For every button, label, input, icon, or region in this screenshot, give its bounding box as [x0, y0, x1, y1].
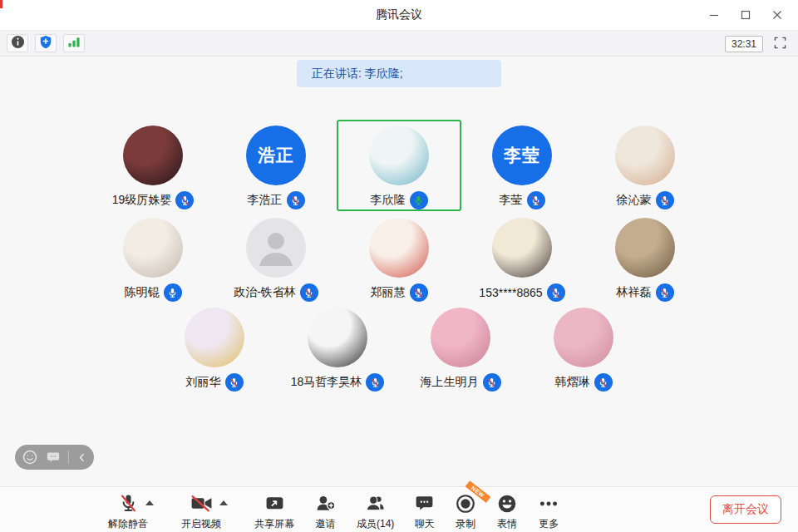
- toolbar-item-emoji[interactable]: 表情: [496, 492, 518, 531]
- mic-muted-icon: [656, 283, 674, 302]
- options-arrow-icon[interactable]: [145, 500, 154, 505]
- toolbar-item-label: 录制: [456, 517, 475, 531]
- participant-name: 153****8865: [479, 286, 542, 299]
- participant-name-row: 18马哲李昊林: [291, 373, 385, 392]
- toolbar-item-mic-muted[interactable]: 解除静音: [108, 492, 148, 531]
- participant-cell[interactable]: 韩熠琳: [522, 303, 645, 392]
- participant-cell[interactable]: 19级厉姝婴: [91, 121, 214, 210]
- emoji-icon: [496, 492, 518, 515]
- avatar-initials: 浩正: [246, 126, 306, 185]
- network-quality-button[interactable]: [63, 34, 85, 52]
- avatar-toddler-girl-photo: [615, 126, 675, 185]
- mic-muted-icon: [366, 373, 384, 392]
- avatar-anime-fox-mask: [369, 126, 429, 185]
- minimize-button[interactable]: [702, 3, 727, 27]
- mic-muted-icon: [117, 492, 140, 515]
- title-bar: 腾讯会议: [0, 0, 798, 30]
- toolbar-item-label: 共享屏幕: [254, 517, 294, 531]
- meeting-security-button[interactable]: [35, 34, 57, 52]
- participant-name-row: 李浩正: [248, 191, 305, 209]
- meeting-status-bar: 32:31: [0, 30, 798, 57]
- mic-muted-icon: [594, 373, 613, 392]
- avatar-bw-anime-ninja: [308, 308, 367, 367]
- participant-name: 刘丽华: [186, 375, 221, 390]
- participant-name: 陈明锟: [125, 285, 160, 300]
- participant-name: 林祥磊: [617, 285, 652, 300]
- toolbar-item-label: 更多: [539, 517, 559, 531]
- participant-cell[interactable]: 郑丽慧: [337, 213, 461, 303]
- reaction-quickbar: [15, 445, 94, 470]
- participant-cell[interactable]: 政治-铁省林: [214, 213, 337, 303]
- toolbar-item-label: 邀请: [316, 517, 336, 531]
- participant-name: 海上生明月: [421, 375, 479, 390]
- mic-muted-icon: [300, 283, 318, 302]
- close-button[interactable]: [765, 3, 790, 27]
- meeting-window: 腾讯会议: [0, 0, 798, 532]
- toolbar-item-chat[interactable]: 聊天: [414, 492, 435, 531]
- participant-cell[interactable]: 刘丽华: [153, 303, 276, 392]
- participant-name: 郑丽慧: [371, 285, 406, 300]
- participant-row-2: 陈明锟政治-铁省林郑丽慧153****8865林祥磊: [0, 213, 798, 303]
- toolbar-item-label: 聊天: [415, 517, 435, 531]
- signal-bars-icon: [66, 36, 81, 52]
- toolbar-item-label: 开启视频: [181, 517, 221, 531]
- participant-name: 18马哲李昊林: [291, 375, 362, 390]
- toolbar-item-members[interactable]: 成员(14): [357, 492, 394, 531]
- toolbar-item-more[interactable]: 更多: [538, 492, 559, 531]
- toolbar-item-record[interactable]: NEW录制: [455, 492, 476, 531]
- mic-muted-icon: [225, 373, 244, 392]
- options-arrow-icon[interactable]: [219, 500, 228, 505]
- fullscreen-button[interactable]: [771, 36, 788, 52]
- avatar-white-hoodie-person: [123, 218, 183, 278]
- participant-name: 李莹: [500, 193, 523, 208]
- toolbar-item-label: 表情: [497, 517, 517, 531]
- meeting-timer: 32:31: [725, 36, 763, 52]
- participant-cell[interactable]: 李莹李莹: [461, 121, 584, 210]
- participant-name-row: 153****8865: [479, 283, 564, 302]
- camera-off-icon: [190, 492, 214, 515]
- info-icon: [11, 35, 25, 52]
- mic-muted-icon: [656, 191, 674, 209]
- participant-name-row: 韩熠琳: [555, 373, 613, 392]
- invite-icon: [314, 492, 337, 515]
- avatar-placeholder-person-icon: [246, 218, 306, 278]
- toolbar-item-invite[interactable]: 邀请: [314, 492, 337, 531]
- toolbar-item-share-screen[interactable]: 共享屏幕: [254, 492, 294, 531]
- maximize-button[interactable]: [733, 3, 758, 27]
- participant-name: 徐沁蒙: [617, 193, 652, 208]
- participant-name-row: 19级厉姝婴: [112, 191, 195, 209]
- leave-meeting-button[interactable]: 离开会议: [710, 495, 781, 524]
- quick-chat-button[interactable]: [46, 450, 61, 465]
- shield-icon: [39, 35, 52, 52]
- participant-name: 李浩正: [248, 193, 283, 208]
- avatar-initials: 李莹: [492, 126, 552, 185]
- mic-on-icon: [164, 283, 182, 302]
- participant-cell[interactable]: 浩正李浩正: [214, 121, 337, 210]
- participant-name-row: 徐沁蒙: [617, 191, 674, 209]
- participant-name-row: 政治-铁省林: [234, 283, 318, 302]
- fullscreen-icon: [774, 37, 786, 52]
- collapse-pill-button[interactable]: [76, 452, 87, 463]
- participant-name-row: 陈明锟: [125, 283, 182, 302]
- avatar-cartoon-girl-red-beret: [369, 218, 429, 278]
- screen-corner-artifact: [0, 0, 2, 8]
- share-screen-icon: [264, 492, 285, 515]
- participant-name: 政治-铁省林: [234, 285, 296, 300]
- participant-cell[interactable]: 林祥磊: [584, 213, 707, 303]
- chat-icon: [414, 492, 435, 515]
- participant-cell[interactable]: 153****8865: [461, 213, 584, 303]
- participant-cell[interactable]: 陈明锟: [91, 213, 214, 303]
- mic-muted-icon: [527, 191, 545, 209]
- participant-cell[interactable]: 海上生明月: [399, 303, 522, 392]
- participant-name-row: 林祥磊: [617, 283, 674, 302]
- participant-name: 19级厉姝婴: [112, 193, 172, 208]
- toolbar-item-camera-off[interactable]: 开启视频: [181, 492, 221, 531]
- participant-cell[interactable]: 18马哲李昊林: [276, 303, 399, 392]
- more-icon: [538, 492, 559, 515]
- emoji-reaction-button[interactable]: [22, 449, 38, 466]
- participant-cell[interactable]: 李欣隆: [337, 121, 461, 210]
- participant-row-3: 刘丽华18马哲李昊林海上生明月韩熠琳: [0, 303, 798, 392]
- participant-name-row: 李欣隆: [371, 191, 428, 209]
- participant-cell[interactable]: 徐沁蒙: [584, 121, 707, 210]
- meeting-info-button[interactable]: [7, 34, 28, 52]
